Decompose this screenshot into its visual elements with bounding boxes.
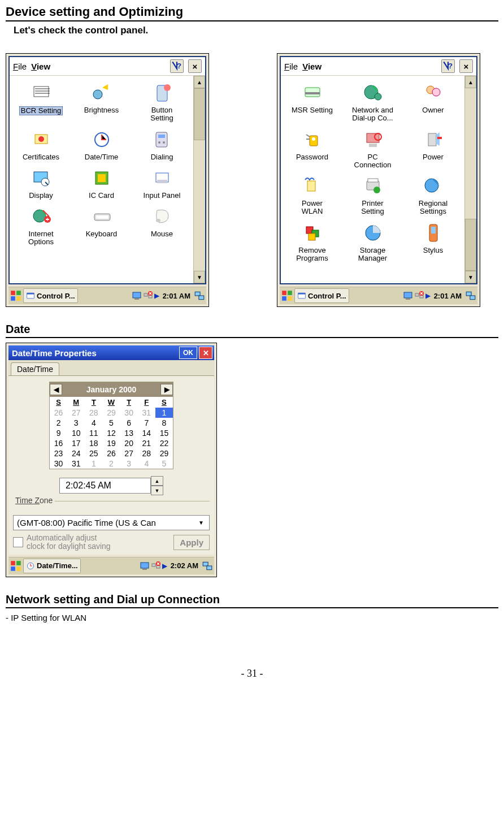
tray-desktop-icon[interactable] (403, 291, 413, 301)
tray-desktop-icon[interactable] (140, 561, 150, 571)
cal-day[interactable]: 26 (102, 448, 120, 459)
time-spin-down[interactable]: ▼ (151, 486, 163, 495)
cp-item[interactable]: Owner (404, 81, 462, 123)
cp-item[interactable]: Input Panel (133, 167, 191, 200)
cal-day[interactable]: 29 (102, 408, 120, 418)
calendar[interactable]: ◀ January 2000 ▶ SMTWTFS2627282930311234… (49, 382, 173, 469)
cal-day[interactable]: 1 (85, 459, 102, 469)
tab-date-time[interactable]: Date/Time (11, 362, 59, 375)
cal-day[interactable]: 13 (120, 428, 138, 438)
cal-day[interactable]: 27 (67, 408, 85, 418)
time-spin-up[interactable]: ▲ (151, 476, 163, 486)
tray-network-disabled-icon[interactable] (414, 291, 424, 301)
auto-dst-checkbox[interactable] (13, 537, 23, 547)
scroll-thumb[interactable] (465, 219, 476, 271)
cp-item[interactable]: Date/Time (72, 128, 131, 161)
timezone-combo[interactable]: (GMT-08:00) Pacific Time (US & Can ▼ (13, 515, 210, 530)
cp-item[interactable]: Power (404, 128, 462, 170)
cal-day[interactable]: 8 (155, 418, 173, 428)
cal-day[interactable]: 15 (155, 428, 173, 438)
cal-day[interactable]: 12 (102, 428, 120, 438)
cp-item[interactable]: PC Connection (344, 128, 402, 170)
context-help-button[interactable]: ? (170, 59, 184, 73)
tray-screens-icon[interactable] (465, 289, 476, 302)
cal-prev-month[interactable]: ◀ (50, 384, 62, 395)
scroll-up-button[interactable]: ▲ (194, 76, 205, 88)
taskbar-app-control-panel[interactable]: Control P... (294, 288, 349, 303)
vertical-scrollbar[interactable]: ▲ ▼ (193, 76, 205, 283)
cp-item[interactable]: Power WLAN (283, 175, 341, 216)
cal-next-month[interactable]: ▶ (160, 384, 173, 395)
apply-button[interactable]: Apply (173, 535, 210, 550)
scroll-down-button[interactable]: ▼ (194, 271, 205, 283)
cal-day[interactable]: 22 (155, 438, 173, 448)
cp-item[interactable]: Keyboard (72, 205, 131, 246)
menu-view[interactable]: View (31, 62, 50, 71)
cal-day[interactable]: 1 (155, 408, 173, 418)
scroll-up-button[interactable]: ▲ (465, 76, 476, 88)
menu-file[interactable]: File (284, 62, 298, 71)
close-button[interactable]: × (188, 59, 202, 73)
cp-item[interactable]: Stylus (404, 222, 462, 263)
close-button[interactable]: × (459, 59, 473, 73)
cal-day[interactable]: 3 (120, 459, 138, 469)
cal-day[interactable]: 2 (102, 459, 120, 469)
cal-day[interactable]: 5 (102, 418, 120, 428)
cal-day[interactable]: 30 (50, 459, 67, 469)
cal-day[interactable]: 9 (50, 428, 67, 438)
cp-item[interactable]: MSR Setting (283, 81, 341, 123)
cal-day[interactable]: 29 (155, 448, 173, 459)
cal-day[interactable]: 7 (138, 418, 155, 428)
cal-day[interactable]: 4 (85, 418, 102, 428)
cal-day[interactable]: 2 (50, 418, 67, 428)
menu-view[interactable]: View (302, 62, 321, 71)
cp-item[interactable]: Brightness (72, 81, 131, 123)
tray-screens-icon[interactable] (202, 560, 213, 572)
cal-day[interactable]: 24 (67, 448, 85, 459)
cal-day[interactable]: 4 (138, 459, 155, 469)
cp-item[interactable]: Mouse (133, 205, 191, 246)
cal-day[interactable]: 31 (138, 408, 155, 418)
cp-item[interactable]: Printer Setting (344, 175, 402, 216)
close-button[interactable]: ✕ (199, 347, 212, 359)
cp-item[interactable]: Display (12, 167, 70, 200)
cp-item[interactable]: BCR Setting (12, 81, 70, 123)
time-input[interactable]: 2:02:45 AM (59, 478, 151, 494)
taskbar-app-control-panel[interactable]: Control P... (23, 288, 78, 303)
cal-day[interactable]: 21 (138, 438, 155, 448)
cal-day[interactable]: 19 (102, 438, 120, 448)
menu-file[interactable]: File (13, 62, 27, 71)
cal-day[interactable]: 14 (138, 428, 155, 438)
cal-day[interactable]: 26 (50, 408, 67, 418)
tray-network-disabled-icon[interactable] (143, 291, 153, 301)
ok-button[interactable]: OK (179, 347, 197, 359)
scroll-thumb[interactable] (194, 88, 205, 140)
scroll-down-button[interactable]: ▼ (465, 271, 476, 283)
cal-day[interactable]: 16 (50, 438, 67, 448)
cp-item[interactable]: Dialing (133, 128, 191, 161)
taskbar-app-date-time[interactable]: Date/Time... (23, 559, 81, 573)
context-help-button[interactable]: ? (441, 59, 455, 73)
cp-item[interactable]: Internet Options (12, 205, 70, 246)
cal-day[interactable]: 28 (85, 408, 102, 418)
cal-day[interactable]: 31 (67, 459, 85, 469)
cp-item[interactable]: Button Setting (133, 81, 191, 123)
cp-item[interactable]: Network and Dial-up Co... (344, 81, 402, 123)
start-button[interactable] (10, 289, 22, 302)
cp-item[interactable]: Storage Manager (344, 222, 402, 263)
cal-day[interactable]: 6 (120, 418, 138, 428)
cp-item[interactable]: IC Card (72, 167, 131, 200)
tray-network-disabled-icon[interactable] (151, 561, 161, 571)
cp-item[interactable]: Certificates (12, 128, 70, 161)
tray-desktop-icon[interactable] (132, 291, 142, 301)
cal-day[interactable]: 11 (85, 428, 102, 438)
cp-item[interactable]: Password (283, 128, 341, 170)
cal-day[interactable]: 18 (85, 438, 102, 448)
cal-day[interactable]: 28 (138, 448, 155, 459)
cal-day[interactable]: 5 (155, 459, 173, 469)
cal-day[interactable]: 27 (120, 448, 138, 459)
cal-day[interactable]: 3 (67, 418, 85, 428)
start-button[interactable] (281, 289, 293, 302)
cp-item[interactable]: Remove Programs (283, 222, 341, 263)
start-button[interactable] (10, 560, 22, 572)
